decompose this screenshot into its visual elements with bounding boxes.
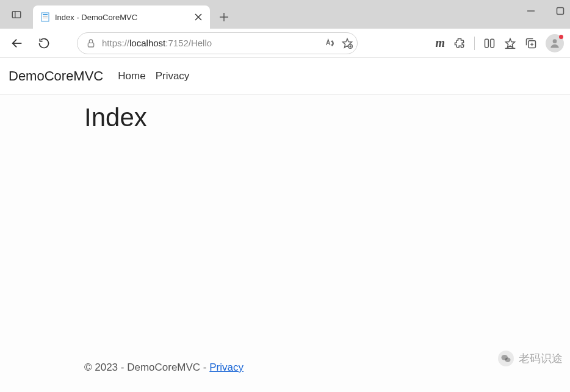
favorites-bar-icon[interactable] bbox=[504, 37, 516, 49]
toolbar-actions: m bbox=[435, 34, 564, 52]
footer-privacy-link[interactable]: Privacy bbox=[209, 362, 244, 373]
svg-rect-3 bbox=[43, 14, 48, 15]
refresh-button[interactable] bbox=[33, 32, 55, 54]
split-screen-icon[interactable] bbox=[483, 37, 496, 49]
nav-links: Home Privacy bbox=[118, 70, 189, 82]
wechat-icon bbox=[498, 351, 514, 366]
read-aloud-icon[interactable] bbox=[324, 38, 335, 49]
svg-point-28 bbox=[505, 358, 511, 363]
page-viewport: DemoCoreMVC Home Privacy Index © 2023 - … bbox=[0, 58, 570, 392]
svg-point-26 bbox=[553, 39, 557, 43]
watermark-text: 老码识途 bbox=[519, 351, 563, 366]
svg-rect-4 bbox=[43, 16, 48, 17]
address-bar[interactable]: https://localhost:7152/Hello bbox=[77, 32, 358, 54]
nav-link-home[interactable]: Home bbox=[118, 70, 145, 82]
watermark: 老码识途 bbox=[498, 351, 563, 366]
minimize-button[interactable] bbox=[525, 5, 537, 17]
svg-rect-5 bbox=[43, 18, 48, 18]
notification-dot-icon bbox=[559, 35, 563, 39]
new-tab-button[interactable] bbox=[214, 7, 234, 27]
back-button[interactable] bbox=[6, 32, 28, 54]
footer-text: © 2023 - DemoCoreMVC - bbox=[84, 362, 209, 373]
svg-rect-19 bbox=[485, 39, 489, 47]
page-heading: Index bbox=[84, 103, 486, 132]
favorite-icon[interactable] bbox=[341, 37, 353, 49]
nav-link-privacy[interactable]: Privacy bbox=[156, 70, 190, 82]
svg-rect-0 bbox=[12, 11, 21, 18]
browser-tab-strip: Index - DemoCoreMVC bbox=[0, 0, 570, 29]
site-navbar: DemoCoreMVC Home Privacy bbox=[0, 58, 570, 94]
svg-marker-21 bbox=[506, 38, 515, 48]
tab-title: Index - DemoCoreMVC bbox=[55, 13, 188, 22]
close-tab-icon[interactable] bbox=[193, 12, 204, 23]
maximize-button[interactable] bbox=[554, 5, 566, 17]
window-controls bbox=[525, 5, 566, 17]
browser-tab[interactable]: Index - DemoCoreMVC bbox=[33, 5, 210, 29]
lock-icon bbox=[86, 38, 96, 48]
svg-rect-13 bbox=[88, 43, 93, 47]
m-extension-icon[interactable]: m bbox=[435, 36, 445, 50]
svg-rect-20 bbox=[491, 39, 494, 47]
profile-avatar[interactable] bbox=[546, 34, 564, 52]
tab-actions-icon[interactable] bbox=[0, 0, 33, 29]
extensions-icon[interactable] bbox=[453, 37, 466, 49]
brand-text[interactable]: DemoCoreMVC bbox=[9, 68, 103, 84]
separator bbox=[474, 37, 475, 50]
main-content: Index bbox=[0, 94, 570, 141]
browser-toolbar: https://localhost:7152/Hello m bbox=[0, 29, 570, 58]
page-favicon bbox=[40, 12, 50, 22]
site-footer: © 2023 - DemoCoreMVC - Privacy bbox=[0, 362, 570, 374]
collections-icon[interactable] bbox=[525, 37, 537, 49]
url-text: https://localhost:7152/Hello bbox=[102, 38, 318, 48]
svg-rect-11 bbox=[557, 8, 564, 15]
